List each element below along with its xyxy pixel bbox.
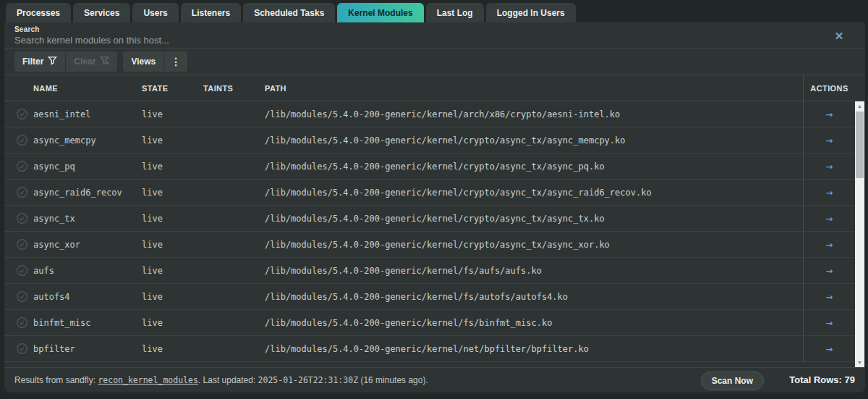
table-row[interactable]: async_pq live /lib/modules/5.4.0-200-gen… [4, 154, 865, 180]
search-section: Search Search kernel modules on this hos… [4, 22, 865, 49]
actions-cell: → [803, 206, 855, 232]
tab-bar: Processes Services Users Listeners Sched… [0, 0, 868, 22]
module-state: live [142, 206, 163, 231]
row-detail-arrow-icon[interactable]: → [826, 213, 833, 224]
table-row[interactable]: autofs4 live /lib/modules/5.4.0-200-gene… [4, 284, 865, 310]
check-circle-icon[interactable] [16, 232, 29, 257]
row-detail-arrow-icon[interactable]: → [826, 265, 833, 277]
table-row-partial [4, 362, 865, 366]
actions-cell: → [803, 310, 855, 336]
search-label: Search [14, 25, 855, 33]
search-input[interactable]: Search kernel modules on this host... [14, 35, 855, 46]
table-row[interactable]: async_memcpy live /lib/modules/5.4.0-200… [4, 127, 865, 154]
row-detail-arrow-icon[interactable]: → [826, 135, 833, 146]
row-detail-arrow-icon[interactable]: → [826, 343, 833, 355]
table-row[interactable]: bpfilter live /lib/modules/5.4.0-200-gen… [4, 336, 865, 362]
table-row[interactable]: aesni_intel live /lib/modules/5.4.0-200-… [4, 101, 865, 127]
clear-filter-button[interactable]: Clear [66, 51, 117, 72]
check-circle-icon[interactable] [16, 206, 29, 231]
toolbar: Filter Clear Views [4, 49, 865, 75]
module-state: live [142, 258, 163, 283]
updated-label: . Last updated: [198, 375, 258, 385]
check-circle-icon[interactable] [16, 284, 29, 309]
module-state: live [142, 101, 163, 127]
check-circle-icon[interactable] [16, 101, 29, 127]
column-header-taints[interactable]: TAINTS [203, 75, 233, 101]
module-path: /lib/modules/5.4.0-200-generic/kernel/ne… [265, 336, 589, 361]
module-state: live [142, 232, 163, 257]
views-button-group: Views ⋮ [123, 51, 187, 72]
check-circle-icon[interactable] [16, 258, 29, 283]
scan-now-button[interactable]: Scan Now [701, 371, 764, 390]
close-icon[interactable]: ✕ [833, 30, 845, 42]
source-name-link[interactable]: recon_kernel_modules [98, 375, 197, 385]
kebab-menu-icon[interactable]: ⋮ [164, 51, 187, 72]
table-row[interactable]: binfmt_misc live /lib/modules/5.4.0-200-… [4, 310, 865, 336]
module-state: live [142, 154, 163, 179]
filter-x-icon [100, 56, 109, 67]
module-state: live [142, 336, 163, 361]
module-path: /lib/modules/5.4.0-200-generic/kernel/cr… [265, 154, 605, 179]
check-circle-icon[interactable] [16, 310, 29, 335]
module-path: /lib/modules/5.4.0-200-generic/kernel/fs… [265, 310, 552, 335]
table-row[interactable]: async_xor live /lib/modules/5.4.0-200-ge… [4, 232, 865, 258]
module-name: aufs [33, 258, 54, 283]
column-header-state[interactable]: STATE [142, 75, 168, 101]
module-path: /lib/modules/5.4.0-200-generic/kernel/cr… [265, 232, 610, 257]
check-circle-icon[interactable] [16, 154, 29, 179]
actions-cell: → [803, 154, 855, 180]
row-detail-arrow-icon[interactable]: → [826, 317, 833, 329]
kernel-modules-panel: Search Search kernel modules on this hos… [4, 22, 865, 392]
actions-cell: → [803, 127, 855, 154]
scrollbar-down-arrow-icon[interactable]: ▼ [855, 358, 864, 367]
module-name: async_pq [33, 154, 75, 179]
tab-last-log[interactable]: Last Log [426, 3, 484, 22]
table-body: aesni_intel live /lib/modules/5.4.0-200-… [4, 101, 865, 367]
actions-cell: → [803, 180, 855, 206]
tab-kernel-modules[interactable]: Kernel Modules [337, 3, 423, 22]
check-circle-icon[interactable] [16, 336, 29, 361]
column-header-actions: ACTIONS [803, 75, 855, 101]
actions-cell: → [803, 336, 855, 362]
module-path: /lib/modules/5.4.0-200-generic/kernel/cr… [265, 180, 652, 205]
filter-button-group: Filter Clear [14, 51, 117, 72]
module-state: live [142, 180, 163, 205]
module-path: /lib/modules/5.4.0-200-generic/kernel/ar… [265, 101, 620, 127]
module-path: /lib/modules/5.4.0-200-generic/kernel/fs… [265, 284, 568, 309]
module-path: /lib/modules/5.4.0-200-generic/kernel/cr… [265, 206, 605, 231]
table-row[interactable]: aufs live /lib/modules/5.4.0-200-generic… [4, 258, 865, 284]
filter-funnel-icon [48, 56, 57, 67]
tab-listeners[interactable]: Listeners [181, 3, 241, 22]
module-name: async_raid6_recov [33, 180, 122, 205]
module-state: live [142, 310, 163, 335]
module-name: bpfilter [33, 336, 75, 361]
filter-button[interactable]: Filter [14, 51, 65, 72]
tab-services[interactable]: Services [73, 3, 130, 22]
actions-cell: → [803, 232, 855, 258]
vertical-scrollbar[interactable]: ▲ ▼ [855, 101, 864, 367]
tab-scheduled-tasks[interactable]: Scheduled Tasks [243, 3, 335, 22]
scrollbar-thumb[interactable] [856, 112, 864, 178]
column-header-path[interactable]: PATH [265, 75, 286, 101]
check-circle-icon[interactable] [16, 127, 29, 153]
row-detail-arrow-icon[interactable]: → [826, 161, 833, 172]
row-detail-arrow-icon[interactable]: → [826, 187, 833, 198]
last-updated-timestamp: 2025-01-26T22:31:30Z [258, 375, 358, 385]
tab-processes[interactable]: Processes [6, 3, 71, 22]
filter-button-label: Filter [22, 56, 43, 67]
module-path: /lib/modules/5.4.0-200-generic/kernel/cr… [265, 127, 626, 153]
check-circle-icon[interactable] [16, 180, 29, 205]
views-button[interactable]: Views [123, 51, 163, 72]
clear-button-label: Clear [74, 56, 95, 67]
table-row[interactable]: async_tx live /lib/modules/5.4.0-200-gen… [4, 206, 865, 232]
table-row[interactable]: async_raid6_recov live /lib/modules/5.4.… [4, 180, 865, 206]
row-detail-arrow-icon[interactable]: → [826, 291, 833, 303]
row-detail-arrow-icon[interactable]: → [826, 239, 833, 251]
row-detail-arrow-icon[interactable]: → [826, 109, 833, 120]
tab-logged-in-users[interactable]: Logged In Users [486, 3, 576, 22]
results-prefix: Results from sandfly: [14, 375, 98, 385]
views-button-label: Views [131, 56, 156, 67]
scrollbar-up-arrow-icon[interactable]: ▲ [855, 101, 864, 111]
tab-users[interactable]: Users [132, 3, 178, 22]
column-header-name[interactable]: NAME [33, 75, 58, 101]
